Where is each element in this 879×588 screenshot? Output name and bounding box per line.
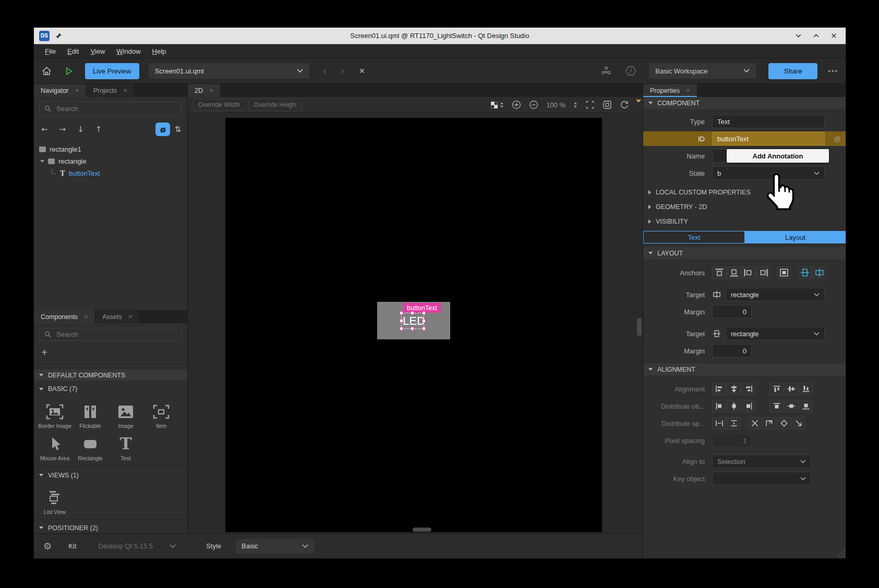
anchor-fill-button[interactable] [777,266,791,279]
tab-projects[interactable]: Projects ✕ [87,84,135,97]
qml-text-item-selected[interactable]: LED [401,313,424,329]
section-alignment[interactable]: ALIGNMENT [643,363,846,375]
gear-icon[interactable]: ⚙ [43,541,52,552]
anchor-margin-field[interactable]: 0 [712,344,752,358]
move-down-icon[interactable]: ↓ [77,125,84,134]
section-views[interactable]: VIEWS (1) [34,470,187,480]
anchor-vertical-center-button[interactable] [798,266,812,279]
workspace-dropdown[interactable]: Basic Workspace [649,63,756,79]
move-up-icon[interactable]: ↑ [95,125,102,134]
tab-assets[interactable]: Assets ✕ [95,310,140,323]
align-top-button[interactable] [769,383,784,395]
move-right-icon[interactable]: → [59,125,66,134]
kit-dropdown[interactable] [170,544,176,548]
fit-to-screen-button[interactable] [585,100,595,109]
share-button[interactable]: Share [768,63,817,79]
style-dropdown[interactable]: Basic [236,539,314,554]
window-maximize-button[interactable] [809,30,823,42]
close-tab-icon[interactable]: ✕ [209,88,213,93]
state-dropdown[interactable]: b [712,166,825,180]
anchor-horizontal-center-button[interactable] [812,266,826,279]
anchor-bottom-button[interactable] [727,266,741,279]
close-tab-icon[interactable]: ✕ [75,88,79,93]
tab-text-properties[interactable]: Text [643,231,745,243]
tab-properties[interactable]: Properties ✕ [643,84,697,97]
move-left-icon[interactable]: ← [41,125,48,134]
resize-handle-sw[interactable] [400,327,403,330]
tree-item-rectangle[interactable]: rectangle [34,155,187,167]
menu-help[interactable]: Help [147,45,172,57]
code-view-icon[interactable] [625,66,636,76]
home-button[interactable] [41,66,52,77]
component-border-image[interactable]: Border Image [37,397,73,429]
align-left-button[interactable] [712,383,726,395]
tab-navigator[interactable]: Navigator ✕ [34,84,87,97]
distribute-spacing-horizontal-button[interactable] [712,417,726,430]
section-component[interactable]: COMPONENT [643,97,846,109]
distribute-top-button[interactable] [769,400,784,412]
resize-handle-n[interactable] [411,311,414,315]
anchor-target-dropdown[interactable]: rectangle [726,288,825,301]
component-item[interactable]: Item [143,397,179,429]
anchor-left-button[interactable] [741,266,755,279]
tab-2d[interactable]: 2D ✕ [188,84,221,97]
close-tab-icon[interactable]: ✕ [84,314,88,320]
section-local-custom-properties[interactable]: LOCAL CUSTOM PROPERTIES [643,187,846,198]
section-positioner[interactable]: POSITIONER (2) [34,523,187,533]
section-default-components[interactable]: DEFAULT COMPONENTS [34,370,187,381]
anchor-right-button[interactable] [756,266,770,279]
annotations-icon[interactable] [601,66,611,76]
run-project-button[interactable] [64,66,74,76]
horizontal-scrollbar[interactable] [413,528,431,532]
pixel-spacing-field[interactable]: 1 [712,434,752,447]
expand-caret-icon[interactable] [40,160,44,163]
zoom-out-button[interactable] [529,100,538,109]
menu-view[interactable]: View [85,45,111,57]
window-minimize-button[interactable] [791,30,805,42]
canvas-viewport[interactable]: buttonText LED [188,113,643,533]
anchor-target-dropdown[interactable]: rectangle [726,327,825,340]
section-basic[interactable]: BASIC (7) [34,384,187,394]
distribute-origin-bottomright-button[interactable] [791,417,805,430]
back-button[interactable]: ‹ [323,65,327,77]
menu-window[interactable]: Window [111,45,146,57]
annotation-at-icon[interactable]: @ [834,135,841,143]
align-center-horizontal-button[interactable] [784,383,798,395]
forward-button[interactable]: › [340,65,344,77]
tree-item-buttontext[interactable]: T buttonText [34,167,187,179]
id-field[interactable]: buttonText [712,132,825,145]
add-module-button[interactable]: + [41,346,187,359]
qml-rectangle-item[interactable]: buttonText LED [377,302,450,339]
anchor-top-button[interactable] [712,266,726,279]
align-bottom-button[interactable] [799,383,813,395]
window-close-button[interactable] [827,30,840,42]
reset-view-button[interactable] [620,100,629,109]
align-right-button[interactable] [741,383,755,395]
vertical-scrollbar[interactable] [637,318,642,336]
resize-handle-se[interactable] [422,327,426,330]
window-resize-grip[interactable] [837,549,845,557]
anchor-margin-field[interactable]: 0 [712,305,752,318]
menu-file[interactable]: File [39,45,62,57]
component-mouse-area[interactable]: Mouse Area [37,429,73,461]
component-image[interactable]: Image [108,397,143,429]
more-options-button[interactable]: ••• [828,67,838,75]
override-height-input[interactable] [248,99,302,111]
key-object-dropdown[interactable] [712,472,811,485]
resize-handle-e[interactable] [422,319,426,323]
component-list-view[interactable]: List View [37,483,73,515]
type-field[interactable]: Text [712,115,825,128]
section-geometry-2d[interactable]: GEOMETRY - 2D [643,201,846,213]
align-center-vertical-button[interactable] [727,383,741,395]
distribute-right-button[interactable] [741,400,755,412]
distribute-origin-center-button[interactable] [777,417,791,430]
align-to-dropdown[interactable]: Selection [712,455,811,468]
distribute-center-horizontal-button[interactable] [784,400,798,412]
background-color-picker[interactable] [491,102,504,108]
resize-handle-nw[interactable] [400,311,403,315]
section-layout[interactable]: LAYOUT [643,247,846,259]
reverse-order-icon[interactable]: ⇅ [174,125,181,134]
open-document-dropdown[interactable]: Screen01.ui.qml [149,63,309,79]
resize-handle-s[interactable] [411,327,414,330]
close-tab-icon[interactable]: ✕ [128,314,133,320]
